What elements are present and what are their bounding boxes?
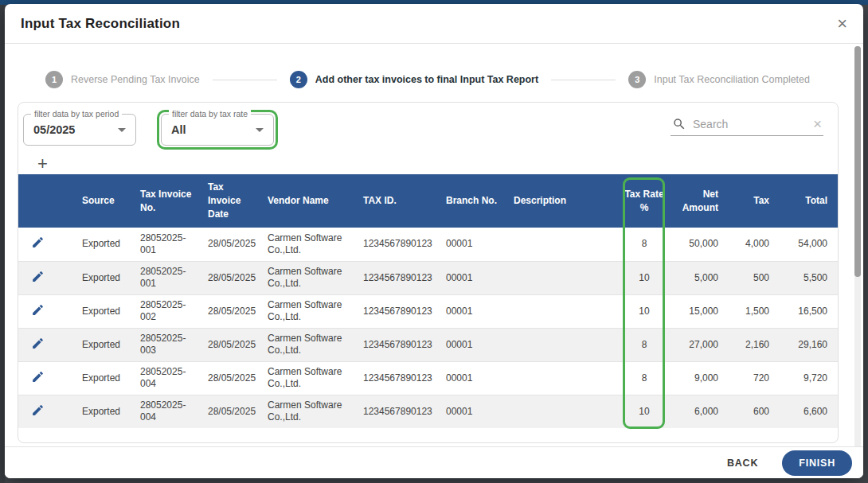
cell-tax-id: 1234567890123 — [355, 361, 438, 395]
search-icon — [672, 117, 686, 131]
cell-tax-invoice-date: 28/05/2025 — [200, 294, 260, 328]
dialog-scrollbar-thumb[interactable] — [854, 46, 861, 277]
cell-total: 54,000 — [776, 228, 838, 261]
cell-total: 16,500 — [776, 294, 838, 328]
dialog-title: Input Tax Reconciliation — [21, 16, 180, 32]
cell-description — [506, 395, 620, 428]
cell-tax-id: 1234567890123 — [355, 294, 438, 328]
cell-tax-id: 1234567890123 — [355, 328, 438, 361]
cell-net-amount: 6,000 — [668, 395, 725, 428]
add-row: + — [18, 155, 838, 174]
cell-source: Exported — [74, 294, 132, 328]
table-row: Exported 28052025-001 28/05/2025 Carmen … — [18, 261, 838, 294]
cell-tax: 500 — [725, 261, 776, 294]
col-header-net-amount: Net Amount — [668, 174, 725, 228]
cell-branch-no: 00001 — [438, 294, 506, 328]
tax-rate-select-label: filter data by tax rate — [169, 109, 251, 119]
add-invoice-button[interactable]: + — [37, 155, 48, 173]
finish-button[interactable]: FINISH — [782, 450, 852, 476]
edit-row-icon[interactable] — [31, 270, 45, 283]
cell-description — [506, 261, 620, 294]
cell-tax-rate: 8 — [620, 228, 668, 261]
step-2-circle: 2 — [290, 71, 307, 88]
edit-cell — [18, 228, 74, 261]
cell-tax-rate: 8 — [620, 361, 668, 395]
tax-period-select-label: filter data by tax period — [31, 109, 122, 119]
step-3-label: Input Tax Reconciliation Completed — [654, 74, 810, 85]
col-header-tax: Tax — [725, 174, 776, 228]
tax-period-select[interactable]: filter data by tax period 05/2025 — [23, 114, 136, 146]
table-row: Exported 28052025-004 28/05/2025 Carmen … — [18, 395, 838, 428]
dialog-header: Input Tax Reconciliation × — [5, 4, 863, 44]
cell-tax-rate: 8 — [620, 328, 668, 361]
cell-vendor-name: Carmen Software Co.,Ltd. — [260, 361, 355, 395]
table-body: Exported 28052025-001 28/05/2025 Carmen … — [18, 228, 838, 428]
edit-cell — [18, 328, 74, 361]
invoice-table: Source Tax Invoice No. Tax Invoice Date … — [18, 174, 838, 428]
cell-branch-no: 00001 — [438, 228, 506, 261]
tax-rate-select[interactable]: filter data by tax rate All — [161, 114, 274, 146]
cell-tax-invoice-date: 28/05/2025 — [200, 261, 260, 294]
edit-row-icon[interactable] — [31, 370, 45, 384]
cell-source: Exported — [74, 261, 132, 294]
cell-tax-rate: 10 — [620, 261, 668, 294]
edit-row-icon[interactable] — [31, 337, 45, 350]
cell-net-amount: 50,000 — [668, 228, 725, 261]
table-row: Exported 28052025-002 28/05/2025 Carmen … — [18, 294, 838, 328]
tax-rate-highlight-annotation: filter data by tax rate All — [157, 110, 278, 150]
search-input[interactable] — [693, 118, 807, 130]
close-icon[interactable]: × — [837, 16, 847, 32]
cell-tax-invoice-no: 28052025-002 — [132, 294, 200, 328]
cell-tax: 4,000 — [725, 228, 776, 261]
search-clear-icon[interactable]: × — [813, 118, 822, 130]
edit-cell — [18, 395, 74, 428]
cell-description — [506, 361, 620, 395]
step-1-label: Reverse Pending Tax Invoice — [71, 74, 200, 85]
cell-vendor-name: Carmen Software Co.,Ltd. — [260, 294, 355, 328]
edit-cell — [18, 261, 74, 294]
chevron-down-icon — [118, 128, 126, 132]
edit-row-icon[interactable] — [31, 303, 45, 317]
stepper: 1 Reverse Pending Tax Invoice 2 Add othe… — [18, 64, 839, 95]
table-row: Exported 28052025-003 28/05/2025 Carmen … — [18, 328, 838, 361]
filters-row: filter data by tax period 05/2025 filter… — [18, 103, 838, 155]
cell-description — [506, 228, 620, 261]
cell-tax-invoice-no: 28052025-001 — [132, 261, 200, 294]
cell-net-amount: 15,000 — [668, 294, 725, 328]
cell-tax: 1,500 — [725, 294, 776, 328]
col-header-tax-rate: Tax Rate % — [620, 174, 668, 228]
cell-net-amount: 5,000 — [668, 261, 725, 294]
cell-tax-id: 1234567890123 — [355, 228, 438, 261]
cell-vendor-name: Carmen Software Co.,Ltd. — [260, 261, 355, 294]
cell-tax-invoice-date: 28/05/2025 — [200, 328, 260, 361]
dialog-body: 1 Reverse Pending Tax Invoice 2 Add othe… — [5, 45, 863, 446]
cell-branch-no: 00001 — [438, 328, 506, 361]
cell-tax-invoice-date: 28/05/2025 — [200, 228, 260, 261]
dialog-scrollbar-track[interactable] — [854, 46, 861, 454]
cell-tax: 2,160 — [725, 328, 776, 361]
cell-vendor-name: Carmen Software Co.,Ltd. — [260, 228, 355, 261]
edit-row-icon[interactable] — [31, 403, 45, 417]
table-row: Exported 28052025-004 28/05/2025 Carmen … — [18, 361, 838, 395]
cell-source: Exported — [74, 328, 132, 361]
cell-source: Exported — [74, 228, 132, 261]
cell-total: 29,160 — [776, 328, 838, 361]
cell-branch-no: 00001 — [438, 361, 506, 395]
col-header-vendor-name: Vendor Name — [260, 174, 355, 228]
cell-tax-invoice-no: 28052025-003 — [132, 328, 200, 361]
edit-row-icon[interactable] — [31, 236, 45, 249]
back-button[interactable]: BACK — [722, 451, 763, 475]
step-3-completed: 3 Input Tax Reconciliation Completed — [628, 71, 810, 88]
cell-source: Exported — [74, 361, 132, 395]
dialog-footer: BACK FINISH — [5, 446, 863, 478]
col-header-edit — [18, 174, 74, 228]
cell-total: 6,600 — [776, 395, 838, 428]
cell-net-amount: 27,000 — [668, 328, 725, 361]
cell-total: 9,720 — [776, 361, 838, 395]
col-header-description: Description — [506, 174, 620, 228]
cell-tax-invoice-no: 28052025-004 — [132, 361, 200, 395]
cell-description — [506, 328, 620, 361]
edit-cell — [18, 361, 74, 395]
cell-vendor-name: Carmen Software Co.,Ltd. — [260, 395, 355, 428]
col-header-tax-invoice-date: Tax Invoice Date — [200, 174, 260, 228]
